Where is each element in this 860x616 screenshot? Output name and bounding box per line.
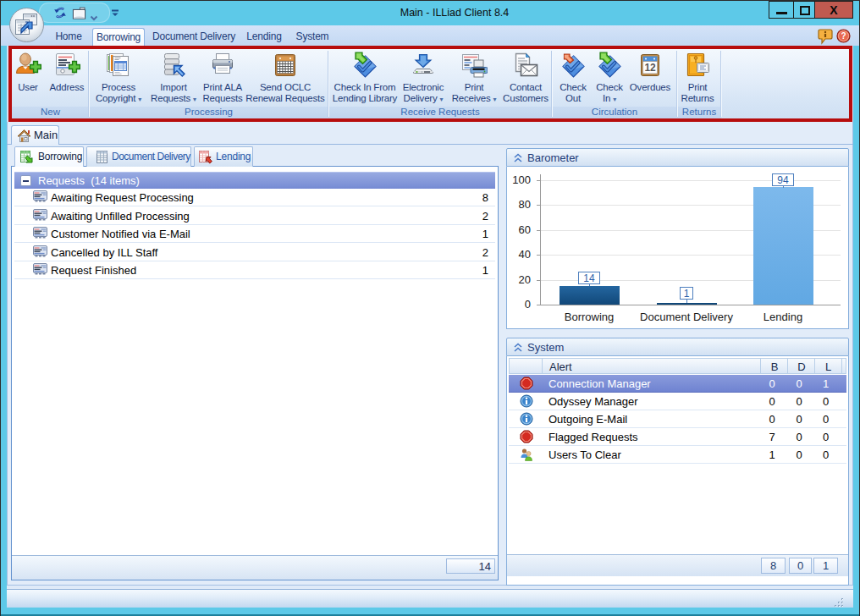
svg-text:?: ? [841,31,846,41]
svg-text:12: 12 [645,62,656,74]
